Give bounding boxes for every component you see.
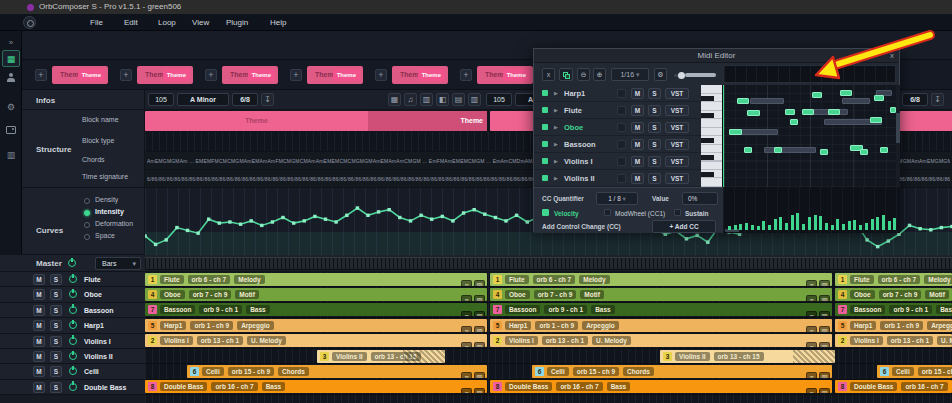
block-menu-icon[interactable]: ≡	[461, 372, 472, 378]
track-lane-violins-i[interactable]: 2Violins Iorb 13 - ch 1U. Melody≡▥2Violi…	[145, 334, 952, 349]
block-menu-icon[interactable]: ≡	[461, 326, 472, 332]
mute-button[interactable]: M	[33, 351, 45, 362]
black-key[interactable]	[701, 138, 714, 143]
velocity-checkbox[interactable]	[542, 209, 549, 216]
midi-track-active-icon[interactable]	[542, 107, 548, 113]
midi-note[interactable]	[774, 147, 782, 153]
velocity-bar[interactable]	[848, 221, 851, 230]
midi-vst-button[interactable]: VST	[665, 105, 689, 116]
block-menu-icon[interactable]: ≡	[461, 342, 472, 348]
block-piano-icon[interactable]: ▥	[474, 280, 485, 286]
track-block[interactable]: 7Bassoonorb 9 - ch 1Bass	[835, 303, 952, 316]
track-block[interactable]: 8Double Bassorb 16 - ch 7Bass	[835, 380, 952, 393]
block-menu-icon[interactable]: ≡	[806, 342, 817, 348]
track-power-icon[interactable]	[69, 383, 77, 391]
midi-note[interactable]	[737, 98, 749, 104]
velocity-bar[interactable]	[791, 215, 794, 230]
midi-solo-button[interactable]: S	[648, 156, 661, 167]
velocity-bar[interactable]	[882, 215, 885, 230]
download-icon[interactable]: ↧	[931, 93, 944, 106]
add-theme-button[interactable]: +	[120, 69, 132, 81]
mute-button[interactable]: M	[33, 320, 45, 331]
track-block[interactable]: 5Harp1orb 1 - ch 9Arpeggio	[835, 319, 952, 332]
midi-track-checkbox[interactable]	[617, 157, 626, 166]
midi-solo-button[interactable]: S	[648, 105, 661, 116]
track-power-icon[interactable]	[69, 367, 77, 375]
track-block[interactable]: 6Celliorb 15 - ch 9Chords	[877, 365, 952, 378]
velocity-bar[interactable]	[831, 225, 834, 230]
theme-block-badge[interactable]: Theme	[333, 69, 360, 81]
block-menu-icon[interactable]: ≡	[806, 295, 817, 301]
solo-button[interactable]: S	[50, 351, 62, 362]
velocity-bar[interactable]	[734, 225, 737, 230]
track-block[interactable]: 5Harp1orb 1 - ch 9Arpeggio≡▥	[145, 319, 487, 332]
timeline-ruler[interactable]	[145, 257, 952, 270]
track-block[interactable]: 1Fluteorb 6 - ch 7Melody	[835, 273, 952, 286]
track-block[interactable]: 7Bassoonorb 9 - ch 1Bass≡▥	[145, 303, 487, 316]
track-block[interactable]: 2Violins Iorb 13 - ch 1U. Melody≡▥	[145, 334, 487, 347]
theme-block-badge[interactable]: Theme	[503, 69, 530, 81]
block-piano-icon[interactable]: ▥	[474, 342, 485, 348]
infos-bpm-2[interactable]: 105	[486, 93, 512, 106]
piano-icon[interactable]: ▥	[420, 93, 433, 106]
master-power-icon[interactable]	[68, 259, 76, 267]
midi-vst-button[interactable]: VST	[665, 122, 689, 133]
theme-block[interactable]: ThemeTheme	[477, 66, 533, 84]
midi-track-checkbox[interactable]	[617, 174, 626, 183]
midi-track-checkbox[interactable]	[617, 89, 626, 98]
track-block[interactable]: 1Fluteorb 6 - ch 7Melody≡▥	[145, 273, 487, 286]
track-power-icon[interactable]	[69, 275, 77, 283]
gear-icon[interactable]: ⚙	[654, 68, 667, 81]
black-key[interactable]	[701, 172, 714, 177]
solo-button[interactable]: S	[50, 366, 62, 377]
mute-button[interactable]: M	[33, 289, 45, 300]
split-icon[interactable]: ◧	[436, 93, 449, 106]
track-block[interactable]: 4Oboeorb 7 - ch 9Motif	[835, 288, 952, 301]
velocity-bar[interactable]	[802, 224, 805, 230]
midi-vst-button[interactable]: VST	[665, 88, 689, 99]
block-menu-icon[interactable]: ≡	[806, 311, 817, 317]
add-theme-button[interactable]: +	[460, 69, 472, 81]
mute-button[interactable]: M	[33, 336, 45, 347]
block-piano-icon[interactable]: ▥	[474, 295, 485, 301]
app-logo-icon[interactable]	[23, 16, 36, 29]
track-power-icon[interactable]	[69, 290, 77, 298]
midi-note[interactable]	[729, 129, 742, 135]
theme-block-badge[interactable]: Theme	[418, 69, 445, 81]
velocity-bar[interactable]	[796, 213, 799, 230]
solo-button[interactable]: S	[50, 320, 62, 331]
curve-option-radio-space[interactable]	[84, 234, 90, 240]
menu-loop[interactable]: Loop	[158, 14, 176, 31]
block-piano-icon[interactable]: ▥	[819, 311, 830, 317]
track-lane-oboe[interactable]: 4Oboeorb 7 - ch 9Motif≡▥4Oboeorb 7 - ch …	[145, 287, 952, 302]
velocity-bar[interactable]	[785, 223, 788, 230]
velocity-bar[interactable]	[893, 218, 896, 230]
rail-piano-icon[interactable]: ▥	[2, 147, 20, 164]
track-lane-bassoon[interactable]: 7Bassoonorb 9 - ch 1Bass≡▥7Bassoonorb 9 …	[145, 303, 952, 318]
piano-keys[interactable]	[701, 85, 723, 187]
midi-mute-button[interactable]: M	[631, 156, 644, 167]
rail-instruments-icon[interactable]	[2, 72, 20, 89]
infos-timesig-2[interactable]: 6/8	[902, 93, 928, 106]
midi-note-muted[interactable]	[740, 129, 778, 135]
midi-note[interactable]	[747, 110, 760, 116]
midi-note[interactable]	[874, 95, 884, 101]
black-key[interactable]	[701, 113, 714, 118]
velocity-slider[interactable]	[674, 74, 716, 77]
list-icon[interactable]: ▤	[452, 93, 465, 106]
block-piano-icon[interactable]: ▥	[819, 388, 830, 394]
theme-block-badge[interactable]: Theme	[248, 69, 275, 81]
midi-vst-button[interactable]: VST	[665, 139, 689, 150]
duplicate-icon[interactable]	[559, 68, 573, 81]
velocity-lane[interactable]	[723, 187, 900, 233]
midi-note[interactable]	[828, 109, 840, 115]
cc-value-field[interactable]: 0%	[682, 192, 718, 205]
sustain-checkbox[interactable]	[674, 209, 681, 216]
rail-picture-icon[interactable]	[2, 123, 20, 140]
curve-option-label[interactable]: Deformation	[95, 220, 133, 227]
velocity-bar[interactable]	[819, 216, 822, 230]
track-block[interactable]: 1Fluteorb 6 - ch 7Melody≡▥	[490, 273, 832, 286]
block-name-segment[interactable]: Theme	[368, 111, 487, 131]
piano-roll[interactable]	[723, 85, 896, 187]
curve-option-radio-deformation[interactable]	[84, 222, 90, 228]
